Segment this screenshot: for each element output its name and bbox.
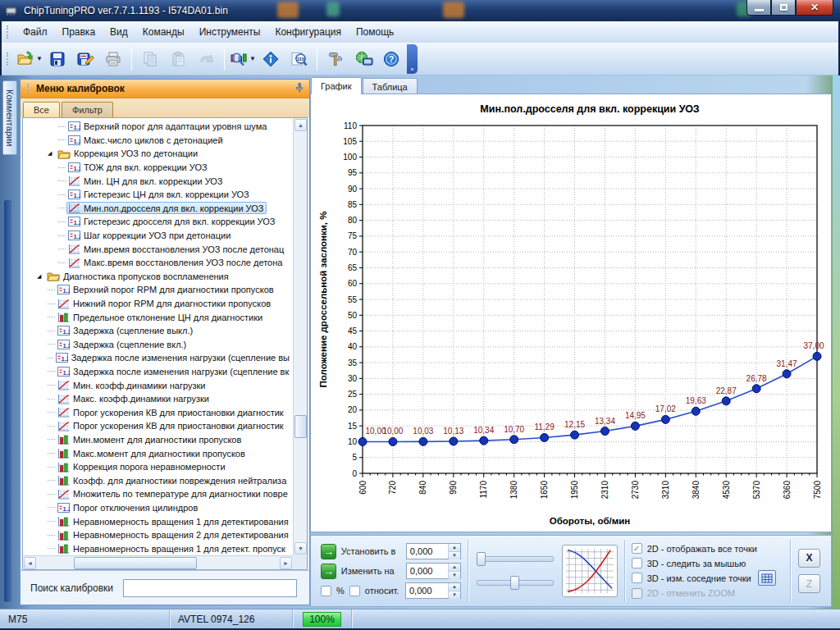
scroll-right-button[interactable]: ►	[280, 557, 292, 569]
zoom-document-button[interactable]: 110	[285, 46, 313, 72]
tree-item[interactable]: Предельное отклонение ЦН для диагностики	[23, 310, 293, 324]
tree-folder[interactable]: ◢Диагностика пропусков воспламенения	[23, 270, 293, 284]
tree-item[interactable]: 1.2Гистерезис дросселя для вкл. коррекци…	[23, 215, 293, 229]
tree-item[interactable]: 1.2ТОЖ для вкл. коррекции УОЗ	[23, 161, 293, 175]
tab-all[interactable]: Все	[23, 102, 60, 117]
close-button[interactable]: ✕	[796, 0, 833, 16]
toolbar-overflow-button[interactable]: »	[407, 44, 418, 74]
panel-grip[interactable]	[27, 84, 31, 94]
vertical-scrollbar[interactable]: ▲ ▼	[293, 118, 307, 555]
save-as-button[interactable]	[71, 46, 99, 72]
tree-item[interactable]: 1.2Гистерезис ЦН для вкл. коррекции УОЗ	[23, 188, 293, 202]
tree-item[interactable]: Порог ускорения КВ для приостановки диаг…	[23, 419, 293, 433]
tree-item[interactable]: Мин.время восстановления УОЗ после детон…	[23, 242, 293, 256]
pin-icon[interactable]	[294, 81, 304, 96]
menu-item[interactable]: Вид	[103, 23, 135, 41]
percent-checkbox[interactable]	[321, 586, 331, 596]
open-file-button[interactable]: ▼	[16, 46, 43, 72]
scroll-left-button[interactable]: ◄	[24, 557, 36, 569]
toolbar-grip[interactable]	[7, 25, 11, 39]
set-to-value[interactable]: 0,000	[407, 544, 448, 559]
data-point[interactable]	[510, 436, 518, 444]
tools-button[interactable]	[322, 46, 349, 72]
relative-spinner[interactable]: 0,000 ▲▼	[405, 582, 461, 599]
tab-graph[interactable]: График	[311, 77, 362, 94]
tree-expander-icon[interactable]: ◢	[37, 272, 45, 281]
vertical-scroll-thumb[interactable]	[294, 415, 307, 438]
tree-item[interactable]: 1.2Порог отключения цилиндров	[23, 501, 293, 515]
tree-item[interactable]: Неравномерность вращения 1 для детект. п…	[23, 541, 293, 555]
calibration-search-input[interactable]	[123, 579, 297, 597]
spinner-arrows[interactable]: ▲▼	[448, 564, 460, 578]
tree-item[interactable]: Порог ускорения КВ для приостановки диаг…	[23, 405, 293, 419]
data-point[interactable]	[450, 437, 458, 445]
slider-2-thumb[interactable]	[510, 576, 519, 590]
apply-set-button[interactable]: →	[321, 544, 336, 559]
info-button[interactable]	[257, 46, 285, 72]
tree-item[interactable]: Мин. коэфф.динамики нагрузки	[23, 378, 293, 392]
option-checkbox[interactable]	[632, 558, 642, 568]
menu-item[interactable]: Команды	[135, 23, 192, 41]
chart-analyze-button[interactable]: ▼	[229, 46, 257, 72]
tree-item[interactable]: Множитель по температуре для диагностики…	[23, 487, 293, 501]
tree-item[interactable]: Коэфф. для диагностики повреждения нейтр…	[23, 473, 293, 487]
slider-1[interactable]	[475, 552, 555, 566]
set-to-spinner[interactable]: 0,000 ▲▼	[406, 543, 461, 559]
data-point[interactable]	[541, 433, 549, 441]
data-point[interactable]	[358, 437, 367, 445]
menu-item[interactable]: Инструменты	[192, 23, 268, 41]
menu-item[interactable]: Помощь	[349, 23, 401, 41]
change-by-value[interactable]: 0,000	[407, 564, 448, 578]
tab-filter[interactable]: Фильтр	[62, 102, 113, 117]
tree-item[interactable]: Макс. коэфф.динамики нагрузки	[23, 392, 293, 406]
tree-item[interactable]: Макс.момент для диагностики пропусков	[23, 446, 293, 460]
tree-item[interactable]: 1.2Верхний порог для адаптации уровня шу…	[23, 120, 293, 134]
data-point[interactable]	[692, 407, 700, 415]
data-point[interactable]	[571, 431, 579, 439]
data-point[interactable]	[813, 352, 821, 360]
relative-value[interactable]: 0,000	[406, 583, 448, 598]
tree-item[interactable]: 1.2Шаг коррекции УОЗ при детонации	[23, 229, 293, 243]
slider-1-thumb[interactable]	[477, 552, 486, 566]
tree-item[interactable]: 1.2Верхний порог RPM для диагностики про…	[23, 283, 293, 297]
x-axis-button[interactable]: X	[798, 549, 820, 568]
data-point[interactable]	[631, 422, 639, 430]
grid-edit-button[interactable]	[758, 570, 776, 586]
tree-item[interactable]: Мин.пол.дросселя для вкл. коррекции УОЗ	[23, 202, 293, 216]
z-axis-button[interactable]: Z	[798, 574, 820, 593]
minimize-button[interactable]	[746, 0, 771, 16]
print-button[interactable]	[99, 46, 127, 72]
tree-item[interactable]: Неравномерность вращения 2 для детектиро…	[23, 528, 293, 542]
menu-item[interactable]: Правка	[55, 23, 103, 41]
tree-item[interactable]: 1.2Задержка после изменения нагрузки (сц…	[23, 365, 293, 379]
tree-expander-icon[interactable]: ◢	[48, 149, 56, 158]
relative-checkbox[interactable]	[349, 586, 360, 596]
dropdown-caret-icon[interactable]: ▼	[249, 55, 256, 62]
tree-item[interactable]: 1.2Задержка (сцепление выкл.)	[23, 324, 293, 338]
menu-item[interactable]: Конфигурация	[267, 23, 349, 41]
data-point[interactable]	[419, 437, 427, 445]
tree-item[interactable]: Мин.момент для диагностики пропусков	[23, 433, 293, 447]
tree-item[interactable]: 1.2Задержка (сцепление вкл.)	[23, 338, 293, 352]
change-by-spinner[interactable]: 0,000 ▲▼	[406, 563, 461, 579]
web-update-button[interactable]	[349, 46, 377, 72]
help-button[interactable]: ?	[377, 46, 405, 72]
tab-comments[interactable]: Комментарии	[2, 80, 17, 155]
tree-item[interactable]: Мин. ЦН для вкл. коррекции УОЗ	[23, 174, 293, 188]
scroll-down-button[interactable]: ▼	[294, 542, 307, 555]
data-point[interactable]	[389, 437, 397, 445]
tree-item[interactable]: Нижний порог RPM для диагностики пропуск…	[23, 297, 293, 311]
menu-item[interactable]: Файл	[16, 23, 55, 41]
option-checkbox[interactable]: ✓	[632, 543, 642, 554]
tree-item[interactable]: Макс.время восстановления УОЗ после дето…	[23, 256, 293, 270]
data-point[interactable]	[722, 397, 730, 405]
scroll-up-button[interactable]: ▲	[294, 119, 307, 131]
horizontal-scroll-thumb[interactable]	[74, 557, 197, 569]
calibration-chart[interactable]: 0510152025303540455055606570758085909510…	[315, 98, 829, 532]
tree-item[interactable]: 1.2Задержка после изменения нагрузки (сц…	[23, 351, 293, 365]
tree-folder[interactable]: ◢Коррекция УОЗ по детонации	[23, 147, 293, 161]
data-point[interactable]	[783, 370, 791, 378]
slider-2[interactable]	[475, 576, 555, 590]
option-checkbox[interactable]	[632, 573, 642, 583]
dropdown-caret-icon[interactable]: ▼	[36, 55, 43, 62]
